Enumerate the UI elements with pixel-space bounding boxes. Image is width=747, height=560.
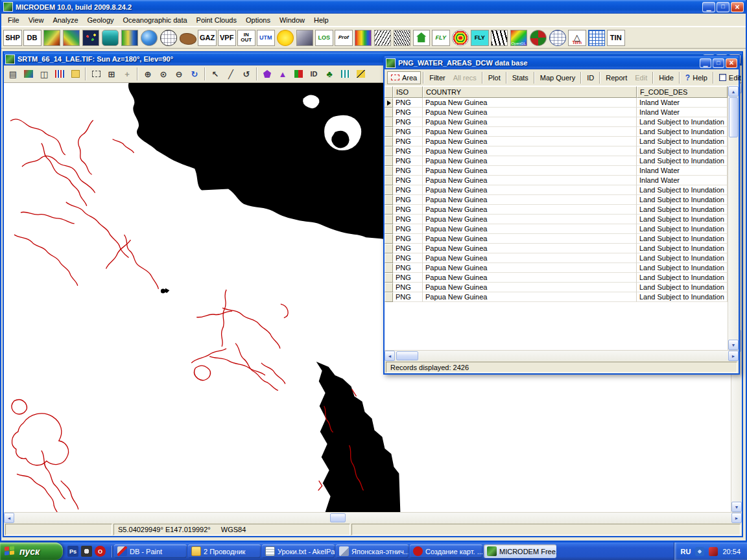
opera-quicklaunch-icon[interactable]: O [95,546,106,557]
menu-item[interactable]: View [24,14,49,26]
rainbow-dem-button[interactable] [353,28,372,47]
select-button[interactable]: ↖ [208,67,222,81]
db-vertical-scrollbar[interactable]: ▲ ▼ [728,86,739,350]
tern-button[interactable]: △Tern [567,28,586,47]
tin-button[interactable]: TIN [606,28,625,47]
map-horizontal-scrollbar[interactable]: ◄ ► [4,512,742,523]
stats-button[interactable]: Stats [509,72,532,84]
print-button[interactable]: ▤ [6,67,20,81]
table-row[interactable]: PNG Papua New Guinea Inland Water [385,108,728,117]
close-button[interactable]: × [731,2,744,12]
plot-button[interactable]: Plot [485,72,504,84]
row-selector-cell[interactable] [385,127,393,137]
menu-item[interactable]: Window [275,14,309,26]
profile-button[interactable]: Prof [334,28,353,47]
gaz-button[interactable]: GAZ [198,28,217,47]
oceanographic-button[interactable] [101,28,119,47]
minimize-button[interactable]: ▁ [702,2,715,12]
table-row[interactable]: PNG Papua New Guinea Land Subject to Inu… [385,195,728,205]
language-indicator[interactable]: RU [681,548,691,555]
row-selector-cell[interactable] [385,108,393,117]
row-selector-cell[interactable] [385,146,393,156]
table-row[interactable]: PNG Papua New Guinea Land Subject to Inu… [385,292,728,302]
open-dem-button[interactable] [42,28,61,47]
table-row[interactable]: PNG Papua New Guinea Land Subject to Inu… [385,146,728,156]
row-selector-cell[interactable] [385,224,393,234]
distance-button[interactable]: ╱ [224,67,238,81]
id-tool-button[interactable]: ID [307,67,321,81]
table-row[interactable]: PNG Papua New Guinea Land Subject to Inu… [385,156,728,166]
redraw-button[interactable]: ↻ [187,67,202,81]
row-selector-cell[interactable] [385,185,393,195]
row-selector-cell[interactable] [385,176,393,185]
header-f-code-des[interactable]: F_CODE_DES [637,86,728,98]
table-row[interactable]: PNG Papua New Guinea Inland Water [385,176,728,185]
merge-dem-button[interactable] [62,28,80,47]
table-row[interactable]: PNG Papua New Guinea Land Subject to Inu… [385,117,728,127]
photoshop-quicklaunch-icon[interactable]: Ps [67,546,78,557]
table-row[interactable]: PNG Papua New Guinea Land Subject to Inu… [385,205,728,215]
menu-item[interactable]: Analyze [48,14,82,26]
wireframe-globe-button[interactable] [548,28,567,47]
opengl-button[interactable]: OpenGL [509,28,528,47]
range-fan-button[interactable] [451,28,469,47]
row-selector-cell[interactable] [385,234,393,244]
task-paint[interactable]: DB - Paint [114,544,187,558]
area-button[interactable]: Area [387,71,421,84]
table-row[interactable]: PNG Papua New Guinea Land Subject to Inu… [385,283,728,292]
scroll-track[interactable] [14,513,731,523]
table-row[interactable]: PNG Papua New Guinea Land Subject to Inu… [385,234,728,244]
vegetation-button[interactable]: ♣ [322,67,337,81]
fly-through-button[interactable]: FLY [431,28,450,47]
satellite-button[interactable] [295,28,314,47]
start-button[interactable]: пуск [0,542,63,560]
viewer-quicklaunch-icon[interactable] [81,546,92,557]
menu-item[interactable]: File [3,14,24,26]
table-row[interactable]: PNG Papua New Guinea Land Subject to Inu… [385,263,728,273]
table-row[interactable]: PNG Papua New Guinea Land Subject to Inu… [385,215,728,224]
ridge-trace-button[interactable] [373,28,392,47]
fly2-button[interactable]: FLY [470,28,489,47]
id-button[interactable]: ID [584,72,597,84]
db-minimize-button[interactable]: ▁ [700,58,711,68]
task-microdem[interactable]: MICRODEM Free... [484,544,556,558]
world-map-button[interactable] [139,28,158,47]
menu-item[interactable]: Point Clouds [192,14,241,26]
tray-icon-blue[interactable] [695,547,704,556]
table-row[interactable]: PNG Papua New Guinea Land Subject to Inu… [385,224,728,234]
help-button[interactable]: ?Help [682,71,711,84]
table-row[interactable]: PNG Papua New Guinea Land Subject to Inu… [385,137,728,146]
zoom-window-button[interactable]: ⊙ [156,67,171,81]
clipboard-button[interactable]: ◫ [37,67,51,81]
row-selector-cell[interactable] [385,244,393,253]
gazetteer-button[interactable] [178,28,197,47]
scroll-track[interactable] [728,97,739,340]
db-close-button[interactable]: × [726,58,737,68]
hide-button[interactable]: Hide [656,72,677,84]
menu-item[interactable]: Geology [83,14,119,26]
scroll-left-button[interactable]: ◄ [4,513,14,523]
sun-position-button[interactable] [276,28,294,47]
row-selector-cell[interactable] [385,195,393,205]
scroll-track[interactable] [395,351,728,361]
restore-button[interactable]: □ [717,2,729,12]
row-selector-cell[interactable] [385,283,393,292]
full-extent-button[interactable]: ⊞ [104,67,119,81]
scroll-thumb[interactable] [396,351,418,360]
zoom-in-button[interactable]: ⊕ [141,67,155,81]
zoom-out-button[interactable]: ⊖ [172,67,186,81]
table-row[interactable]: PNG Papua New Guinea Land Subject to Inu… [385,253,728,263]
menu-item[interactable]: Help [309,14,333,26]
row-selector-cell[interactable] [385,98,393,108]
task-explorer[interactable]: 2 Проводник [188,544,261,558]
profile-tool-button[interactable] [338,67,352,81]
overlay-button[interactable] [353,67,368,81]
db-horizontal-scrollbar[interactable]: ◄ ► [385,350,739,361]
table-row[interactable]: PNG Papua New Guinea Land Subject to Inu… [385,273,728,283]
annotate-button[interactable] [68,67,82,81]
utm-button[interactable]: UTM [256,28,275,47]
task-opera[interactable]: Создание карт. ... [410,544,482,558]
task-akelpad[interactable]: Уроки.txt - AkelPad [262,544,335,558]
landcover-button[interactable] [120,28,139,47]
vpf-button[interactable]: VPF [217,28,236,47]
